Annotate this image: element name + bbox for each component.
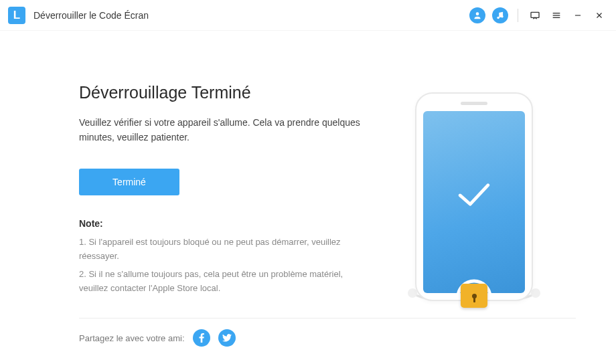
note-item: 1. Si l'appareil est toujours bloqué ou … bbox=[79, 236, 360, 264]
page-subtext: Veuillez vérifier si votre appareil s'al… bbox=[79, 116, 360, 145]
facebook-icon[interactable] bbox=[193, 329, 210, 347]
svg-point-2 bbox=[501, 15, 504, 18]
page-heading: Déverrouillage Terminé bbox=[79, 83, 374, 102]
share-label: Partagez le avec votre ami: bbox=[79, 333, 185, 343]
minimize-button[interactable] bbox=[570, 8, 585, 23]
done-button[interactable]: Terminé bbox=[79, 169, 179, 195]
checkmark-icon bbox=[449, 169, 499, 219]
account-icon[interactable] bbox=[469, 7, 485, 23]
separator bbox=[518, 9, 518, 22]
lock-icon bbox=[461, 284, 487, 308]
left-column: Déverrouillage Terminé Veuillez vérifier… bbox=[79, 83, 374, 310]
note-heading: Note: bbox=[79, 218, 374, 229]
illustration bbox=[387, 83, 561, 310]
feedback-icon[interactable] bbox=[528, 8, 542, 23]
twitter-icon[interactable] bbox=[218, 329, 236, 347]
note-item: 2. Si il ne s'allume toujours pas, cela … bbox=[79, 268, 360, 296]
close-button[interactable] bbox=[592, 8, 607, 23]
svg-rect-3 bbox=[531, 12, 539, 17]
phone-illustration bbox=[415, 92, 533, 301]
menu-icon[interactable] bbox=[549, 8, 564, 23]
app-logo: L bbox=[8, 7, 25, 24]
svg-point-11 bbox=[531, 288, 540, 298]
svg-point-0 bbox=[476, 12, 479, 15]
window-title: Déverrouiller le Code Écran bbox=[33, 10, 149, 21]
titlebar: L Déverrouiller le Code Écran bbox=[0, 0, 616, 31]
footer: Partagez le avec votre ami: bbox=[79, 318, 576, 347]
phone-screen bbox=[423, 111, 525, 293]
music-icon[interactable] bbox=[492, 7, 508, 23]
svg-point-1 bbox=[497, 16, 499, 19]
main-content: Déverrouillage Terminé Veuillez vérifier… bbox=[0, 31, 616, 310]
